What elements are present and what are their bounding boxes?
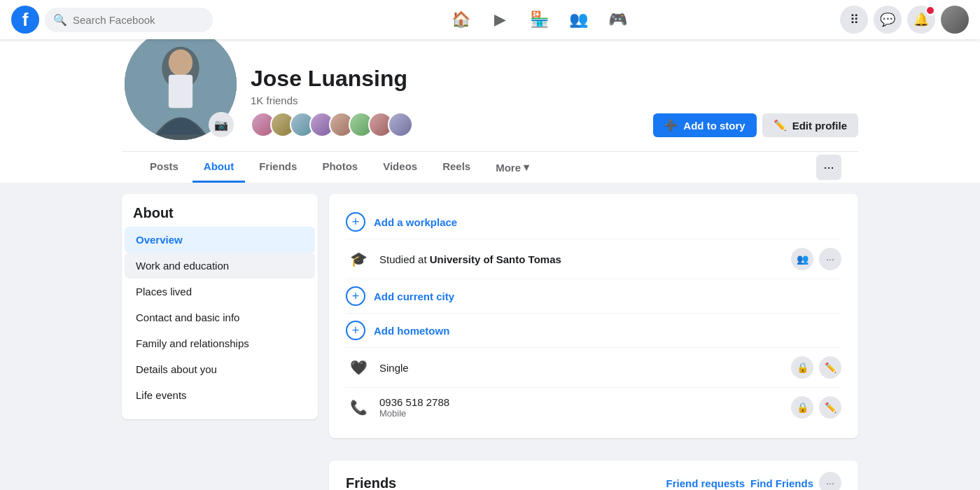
sidebar-item-work-education[interactable]: Work and education: [125, 253, 315, 279]
tab-friends-label: Friends: [259, 160, 297, 172]
tab-reels[interactable]: Reels: [431, 152, 482, 183]
tab-about[interactable]: About: [192, 152, 245, 183]
relationship-lock-button[interactable]: 🔒: [791, 356, 813, 379]
tab-friends[interactable]: Friends: [248, 152, 308, 183]
logo-letter: f: [22, 10, 29, 29]
friend-requests-link[interactable]: Friend requests: [666, 477, 745, 489]
profile-actions: ➕ Add to story ✏️ Edit profile: [653, 113, 858, 143]
search-icon: 🔍: [53, 13, 67, 27]
education-actions: 👥 ···: [791, 248, 841, 270]
groups-nav-button[interactable]: 👥: [561, 3, 595, 36]
svg-point-2: [169, 49, 192, 76]
sidebar-item-family[interactable]: Family and relationships: [125, 330, 315, 356]
friends-actions: Friend requests Find Friends ···: [666, 472, 841, 490]
notifications-button[interactable]: 🔔: [907, 6, 935, 34]
friends-section: Friends Friend requests Find Friends ···: [329, 461, 858, 490]
tab-posts[interactable]: Posts: [139, 152, 190, 183]
relationship-text: Single: [379, 362, 783, 374]
main-content: About Overview Work and education Places…: [105, 194, 875, 490]
tab-reels-label: Reels: [442, 160, 470, 172]
tabs-left: Posts About Friends Photos Videos Reels: [139, 152, 540, 183]
profile-info-area: 📷 Jose Luansing 1K friends ➕: [105, 39, 875, 183]
navbar-left: f 🔍: [11, 6, 249, 34]
education-audience-button[interactable]: 👥: [791, 248, 813, 270]
user-avatar-nav[interactable]: [941, 6, 969, 34]
phone-row: 📞 0936 518 2788 Mobile 🔒 ✏️: [346, 388, 841, 427]
friend-avatar: [388, 112, 413, 137]
navbar: f 🔍 🏠 ▶ 🏪 👥 🎮 ⠿ 💬 🔔: [0, 0, 980, 39]
phone-text: 0936 518 2788 Mobile: [379, 396, 783, 419]
profile-top: 📷 Jose Luansing 1K friends ➕: [122, 39, 858, 151]
messenger-button[interactable]: 💬: [874, 6, 902, 34]
phone-number: 0936 518 2788: [379, 396, 783, 408]
add-city-row: + Add current city: [346, 279, 841, 314]
avatar-camera-button[interactable]: 📷: [209, 112, 234, 137]
phone-edit-button[interactable]: ✏️: [819, 396, 841, 419]
add-workplace-icon[interactable]: +: [346, 212, 365, 232]
sidebar-item-overview[interactable]: Overview: [125, 227, 315, 253]
phone-type: Mobile: [379, 408, 783, 419]
sidebar-item-places-lived[interactable]: Places lived: [125, 279, 315, 304]
relationship-icon: 🖤: [346, 355, 371, 380]
phone-icon: 📞: [346, 395, 371, 420]
pencil-icon: ✏️: [774, 119, 787, 132]
apps-button[interactable]: ⠿: [840, 6, 868, 34]
education-icon: 🎓: [346, 246, 371, 272]
phone-lock-button[interactable]: 🔒: [791, 396, 813, 419]
education-main-text: Studied at University of Santo Tomas: [379, 253, 561, 265]
friends-more-button[interactable]: ···: [819, 472, 841, 490]
add-city-link[interactable]: Add current city: [374, 290, 454, 302]
svg-rect-3: [169, 75, 192, 108]
tab-photos[interactable]: Photos: [311, 152, 369, 183]
education-more-button[interactable]: ···: [819, 248, 841, 270]
about-sidebar-title: About: [122, 205, 318, 227]
search-input[interactable]: [73, 14, 204, 26]
add-city-icon[interactable]: +: [346, 286, 365, 306]
sidebar-item-details[interactable]: Details about you: [125, 356, 315, 382]
more-options-button[interactable]: ···: [816, 155, 841, 180]
profile-name-area: Jose Luansing 1K friends: [251, 66, 642, 143]
video-nav-button[interactable]: ▶: [483, 3, 517, 36]
tab-more-button[interactable]: More ▾: [484, 152, 540, 183]
edit-profile-label: Edit profile: [792, 120, 847, 132]
facebook-logo[interactable]: f: [11, 6, 39, 34]
relationship-edit-button[interactable]: ✏️: [819, 356, 841, 379]
friends-title: Friends: [346, 475, 396, 491]
add-to-story-label: Add to story: [683, 120, 745, 132]
friends-header: Friends Friend requests Find Friends ···: [346, 472, 841, 490]
tab-about-label: About: [204, 160, 234, 172]
about-content: + Add a workplace 🎓 Studied at Universit…: [329, 194, 858, 438]
about-sidebar: About Overview Work and education Places…: [122, 194, 318, 419]
tab-more-label: More: [496, 162, 521, 174]
relationship-row: 🖤 Single 🔒 ✏️: [346, 348, 841, 388]
marketplace-nav-button[interactable]: 🏪: [522, 3, 556, 36]
phone-actions: 🔒 ✏️: [791, 396, 841, 419]
gaming-nav-button[interactable]: 🎮: [601, 3, 634, 36]
education-text: Studied at University of Santo Tomas: [379, 253, 783, 265]
add-workplace-link[interactable]: Add a workplace: [374, 216, 457, 228]
search-bar: 🔍: [45, 8, 213, 32]
profile-name: Jose Luansing: [251, 66, 642, 92]
find-friends-link[interactable]: Find Friends: [750, 477, 813, 489]
sidebar-item-life-events[interactable]: Life events: [125, 382, 315, 408]
navbar-center: 🏠 ▶ 🏪 👥 🎮: [255, 3, 823, 36]
add-hometown-icon[interactable]: +: [346, 321, 365, 340]
friend-avatars: [251, 112, 642, 137]
edit-profile-button[interactable]: ✏️ Edit profile: [762, 113, 858, 137]
education-row: 🎓 Studied at University of Santo Tomas 👥…: [346, 239, 841, 279]
tab-posts-label: Posts: [150, 160, 178, 172]
home-nav-button[interactable]: 🏠: [444, 3, 477, 36]
notification-dot: [925, 6, 935, 15]
relationship-actions: 🔒 ✏️: [791, 356, 841, 379]
university-name: University of Santo Tomas: [430, 253, 561, 265]
chevron-down-icon: ▾: [524, 161, 529, 174]
plus-icon: ➕: [664, 119, 678, 132]
tab-videos-label: Videos: [383, 160, 417, 172]
add-hometown-link[interactable]: Add hometown: [374, 325, 449, 337]
sidebar-item-contact-info[interactable]: Contact and basic info: [125, 304, 315, 330]
profile-tabs: Posts About Friends Photos Videos Reels: [122, 151, 858, 183]
profile-friends-count: 1K friends: [251, 94, 642, 106]
tab-videos[interactable]: Videos: [372, 152, 428, 183]
relationship-status: Single: [379, 362, 409, 374]
add-to-story-button[interactable]: ➕ Add to story: [653, 113, 756, 137]
